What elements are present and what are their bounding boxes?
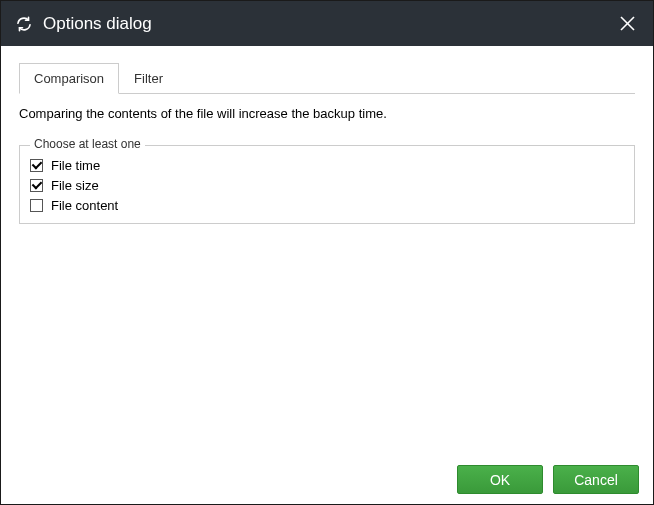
file-content-label: File content: [51, 198, 118, 213]
sync-icon: [15, 15, 33, 33]
dialog-footer: OK Cancel: [1, 455, 653, 504]
tab-comparison[interactable]: Comparison: [19, 63, 119, 94]
file-content-option[interactable]: File content: [30, 198, 624, 213]
dialog-content: Comparison Filter Comparing the contents…: [1, 46, 653, 455]
file-time-checkbox[interactable]: [30, 159, 43, 172]
ok-button[interactable]: OK: [457, 465, 543, 494]
comparison-description: Comparing the contents of the file will …: [19, 106, 635, 121]
fieldset-legend: Choose at least one: [30, 137, 145, 151]
tab-bar: Comparison Filter: [19, 62, 635, 94]
file-content-checkbox[interactable]: [30, 199, 43, 212]
file-size-option[interactable]: File size: [30, 178, 624, 193]
tab-filter[interactable]: Filter: [119, 63, 178, 94]
file-time-label: File time: [51, 158, 100, 173]
cancel-button[interactable]: Cancel: [553, 465, 639, 494]
dialog-title: Options dialog: [43, 14, 615, 34]
close-icon[interactable]: [615, 12, 639, 36]
file-time-option[interactable]: File time: [30, 158, 624, 173]
file-size-checkbox[interactable]: [30, 179, 43, 192]
titlebar: Options dialog: [1, 1, 653, 46]
file-size-label: File size: [51, 178, 99, 193]
spacer: [19, 224, 635, 455]
choose-at-least-one-fieldset: Choose at least one File time File size …: [19, 145, 635, 224]
options-dialog: Options dialog Comparison Filter Compari…: [0, 0, 654, 505]
